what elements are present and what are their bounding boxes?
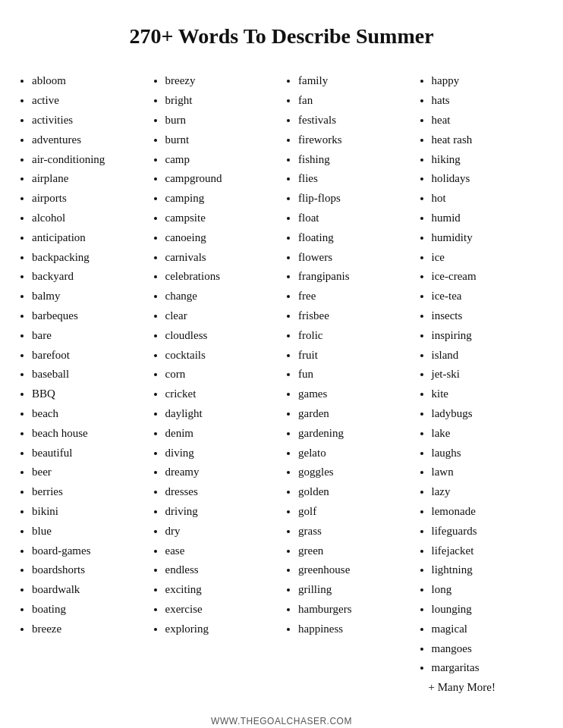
list-item: frolic	[298, 326, 412, 346]
list-item: blue	[32, 522, 146, 541]
list-item: humid	[432, 209, 546, 228]
list-item: hot	[432, 189, 546, 209]
column-3: familyfanfestivalsfireworksfishingfliesf…	[282, 71, 415, 639]
list-item: celebrations	[165, 267, 279, 287]
list-item: green	[298, 541, 412, 561]
column-4: happyhatsheatheat rashhikingholidayshoth…	[415, 71, 549, 698]
list-item: dresses	[165, 482, 279, 502]
list-item: golden	[298, 482, 412, 502]
list-item: beautiful	[32, 444, 146, 463]
footer-url: WWW.THEGOALCHASER.COM	[211, 716, 352, 726]
list-item: family	[298, 71, 412, 91]
list-item: lake	[432, 424, 546, 444]
list-item: boating	[32, 600, 146, 620]
list-item: breeze	[32, 620, 146, 639]
list-item: airplane	[32, 169, 146, 189]
list-item: garden	[298, 404, 412, 424]
list-item: activities	[32, 111, 146, 130]
list-item: ice	[432, 248, 546, 268]
list-item: backpacking	[32, 248, 146, 268]
list-item: bare	[32, 326, 146, 346]
list-item: campsite	[165, 209, 279, 228]
list-item: camp	[165, 150, 279, 170]
list-item: burnt	[165, 130, 279, 150]
list-item: diving	[165, 444, 279, 463]
list-item: ladybugs	[432, 404, 546, 424]
list-item: free	[298, 287, 412, 306]
list-item: humidity	[432, 228, 546, 248]
column-2: breezybrightburnburntcampcampgroundcampi…	[149, 71, 282, 639]
list-item: exciting	[165, 580, 279, 600]
list-item: ice-tea	[432, 287, 546, 306]
list-item: gardening	[298, 424, 412, 444]
list-item: fishing	[298, 150, 412, 170]
list-item: barefoot	[32, 346, 146, 366]
list-item: daylight	[165, 404, 279, 424]
list-item: games	[298, 384, 412, 404]
list-item: boardshorts	[32, 560, 146, 580]
list-item: exploring	[165, 620, 279, 639]
list-item: frisbee	[298, 306, 412, 326]
list-item: baseball	[32, 365, 146, 384]
list-item: flies	[298, 169, 412, 189]
list-item: magical	[432, 620, 546, 639]
list-item: flowers	[298, 248, 412, 268]
word-columns: abloomactiveactivitiesadventuresair-cond…	[15, 71, 548, 698]
list-item: grass	[298, 522, 412, 541]
list-item: hiking	[432, 150, 546, 170]
list-item: ice-cream	[432, 267, 546, 287]
list-item: laughs	[432, 444, 546, 463]
list-item: hats	[432, 91, 546, 111]
list-item: lazy	[432, 482, 546, 502]
list-item: active	[32, 91, 146, 111]
list-item: beach house	[32, 424, 146, 444]
list-item: endless	[165, 560, 279, 580]
list-item: lemonade	[432, 502, 546, 522]
list-item: berries	[32, 482, 146, 502]
list-item: clear	[165, 306, 279, 326]
list-item: heat	[432, 111, 546, 130]
list-item: mangoes	[432, 639, 546, 659]
list-item: alcohol	[32, 209, 146, 228]
list-item: fan	[298, 91, 412, 111]
list-item: air-conditioning	[32, 150, 146, 170]
list-item: grilling	[298, 580, 412, 600]
list-item: BBQ	[32, 384, 146, 404]
list-item: hamburgers	[298, 600, 412, 620]
list-item: margaritas	[432, 658, 546, 678]
list-item: anticipation	[32, 228, 146, 248]
list-item: board-games	[32, 541, 146, 561]
column-1: abloomactiveactivitiesadventuresair-cond…	[15, 71, 149, 639]
list-item: bright	[165, 91, 279, 111]
list-item: insects	[432, 306, 546, 326]
list-item: happiness	[298, 620, 412, 639]
list-item: driving	[165, 502, 279, 522]
list-item: adventures	[32, 130, 146, 150]
list-item: lawn	[432, 463, 546, 482]
list-item: cocktails	[165, 346, 279, 366]
list-item: holidays	[432, 169, 546, 189]
list-item: burn	[165, 111, 279, 130]
list-item: kite	[432, 384, 546, 404]
list-item: ease	[165, 541, 279, 561]
list-item: balmy	[32, 287, 146, 306]
list-item: floating	[298, 228, 412, 248]
list-item: lightning	[432, 560, 546, 580]
list-item: corn	[165, 365, 279, 384]
list-item: float	[298, 209, 412, 228]
list-item: cricket	[165, 384, 279, 404]
list-item: carnivals	[165, 248, 279, 268]
list-item: frangipanis	[298, 267, 412, 287]
list-item: long	[432, 580, 546, 600]
list-item: fun	[298, 365, 412, 384]
list-item: heat rash	[432, 130, 546, 150]
list-item: jet-ski	[432, 365, 546, 384]
list-item: goggles	[298, 463, 412, 482]
list-item: campground	[165, 169, 279, 189]
page-title: 270+ Words To Describe Summer	[129, 23, 433, 50]
more-note: + Many More!	[429, 678, 546, 698]
list-item: denim	[165, 424, 279, 444]
list-item: festivals	[298, 111, 412, 130]
list-item: cloudless	[165, 326, 279, 346]
list-item: lifeguards	[432, 522, 546, 541]
